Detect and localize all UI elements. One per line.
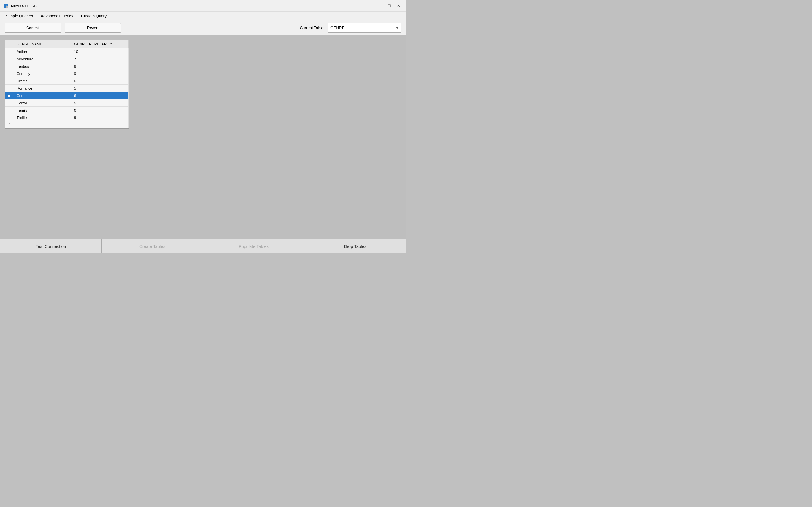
menu-bar: Simple Queries Advanced Queries Custom Q… [0, 11, 406, 21]
minimize-button[interactable]: — [376, 3, 384, 9]
row-indicator-cell [5, 63, 14, 70]
col-header-indicator [5, 40, 14, 48]
genre-popularity-cell[interactable]: 6 [71, 107, 129, 114]
svg-rect-0 [4, 4, 6, 6]
genre-name-cell[interactable]: Comedy [14, 70, 71, 77]
genre-popularity-cell[interactable] [71, 121, 129, 128]
genre-name-cell[interactable] [14, 92, 71, 100]
genre-popularity-cell[interactable]: 6 [71, 77, 129, 85]
menu-simple-queries[interactable]: Simple Queries [3, 13, 36, 19]
bottom-bar: Test Connection Create Tables Populate T… [0, 239, 406, 253]
genre-popularity-cell[interactable] [71, 92, 129, 100]
window-controls: — ☐ ✕ [376, 3, 402, 9]
data-table: GENRE_NAME GENRE_POPULARITY Action10Adve… [5, 40, 129, 128]
maximize-button[interactable]: ☐ [386, 3, 393, 9]
col-header-genre-popularity: GENRE_POPULARITY [71, 40, 129, 48]
genre-name-cell[interactable]: Family [14, 107, 71, 114]
genre-name-cell[interactable]: Fantasy [14, 63, 71, 70]
table-select[interactable]: GENRE MOVIE ACTOR DIRECTOR CUSTOMER RENT… [328, 23, 401, 33]
table-row[interactable]: Comedy9 [5, 70, 129, 77]
table-body: Action10Adventure7Fantasy8Comedy9Drama6R… [5, 48, 129, 128]
genre-name-cell[interactable] [14, 121, 71, 128]
main-window: Movie Store DB — ☐ ✕ Simple Queries Adva… [0, 0, 406, 253]
genre-popularity-cell[interactable]: 8 [71, 63, 129, 70]
close-button[interactable]: ✕ [395, 3, 402, 9]
genre-name-input[interactable] [17, 94, 68, 98]
genre-popularity-cell[interactable]: 10 [71, 48, 129, 55]
test-connection-button[interactable]: Test Connection [0, 239, 102, 253]
row-indicator-cell [5, 48, 14, 55]
genre-popularity-cell[interactable]: 5 [71, 85, 129, 92]
current-table-label: Current Table: [300, 25, 324, 30]
genre-name-cell[interactable]: Horror [14, 100, 71, 107]
table-row[interactable]: Drama6 [5, 77, 129, 85]
row-indicator-cell: * [5, 121, 14, 128]
menu-advanced-queries[interactable]: Advanced Queries [38, 13, 77, 19]
genre-name-cell[interactable]: Thriller [14, 114, 71, 121]
data-table-container: GENRE_NAME GENRE_POPULARITY Action10Adve… [5, 40, 129, 129]
title-bar: Movie Store DB — ☐ ✕ [0, 0, 406, 11]
svg-rect-1 [6, 4, 8, 6]
row-indicator-cell: ▶ [5, 92, 14, 100]
revert-button[interactable]: Revert [64, 23, 121, 33]
row-indicator-cell [5, 85, 14, 92]
table-row[interactable]: Action10 [5, 48, 129, 55]
commit-button[interactable]: Commit [5, 23, 61, 33]
table-row[interactable]: Family6 [5, 107, 129, 114]
table-row[interactable]: ▶ [5, 92, 129, 100]
genre-popularity-cell[interactable]: 9 [71, 114, 129, 121]
row-indicator-cell [5, 114, 14, 121]
svg-rect-3 [6, 6, 8, 8]
genre-name-cell[interactable]: Romance [14, 85, 71, 92]
window-title: Movie Store DB [11, 4, 376, 8]
row-indicator-cell [5, 77, 14, 85]
app-icon [4, 3, 9, 8]
svg-rect-2 [4, 6, 6, 8]
row-indicator-cell [5, 107, 14, 114]
table-row[interactable]: Fantasy8 [5, 63, 129, 70]
genre-name-cell[interactable]: Drama [14, 77, 71, 85]
row-indicator-cell [5, 100, 14, 107]
table-header-row: GENRE_NAME GENRE_POPULARITY [5, 40, 129, 48]
genre-popularity-cell[interactable]: 9 [71, 70, 129, 77]
menu-custom-query[interactable]: Custom Query [78, 13, 110, 19]
drop-tables-button[interactable]: Drop Tables [305, 239, 406, 253]
table-row[interactable]: Horror5 [5, 100, 129, 107]
toolbar: Commit Revert Current Table: GENRE MOVIE… [0, 21, 406, 35]
genre-popularity-input[interactable] [74, 94, 126, 98]
table-select-wrapper: GENRE MOVIE ACTOR DIRECTOR CUSTOMER RENT… [328, 23, 401, 33]
genre-popularity-cell[interactable]: 5 [71, 100, 129, 107]
table-row[interactable]: * [5, 121, 129, 128]
table-row[interactable]: Thriller9 [5, 114, 129, 121]
row-indicator-cell [5, 70, 14, 77]
table-row[interactable]: Romance5 [5, 85, 129, 92]
genre-popularity-cell[interactable]: 7 [71, 55, 129, 63]
col-header-genre-name: GENRE_NAME [14, 40, 71, 48]
table-row[interactable]: Adventure7 [5, 55, 129, 63]
populate-tables-button[interactable]: Populate Tables [203, 239, 305, 253]
main-content: GENRE_NAME GENRE_POPULARITY Action10Adve… [0, 35, 406, 239]
row-indicator-cell [5, 55, 14, 63]
genre-name-cell[interactable]: Adventure [14, 55, 71, 63]
genre-name-cell[interactable]: Action [14, 48, 71, 55]
create-tables-button[interactable]: Create Tables [102, 239, 203, 253]
